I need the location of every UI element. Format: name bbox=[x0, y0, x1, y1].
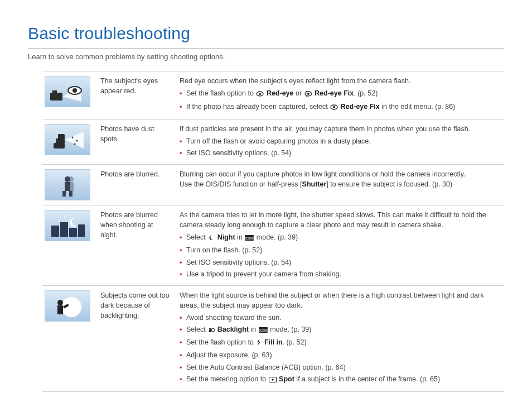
svg-rect-26 bbox=[60, 222, 68, 237]
list-item: Adjust the exposure. (p. 63) bbox=[180, 350, 499, 360]
list-item: Set ISO sensitivity options. (p. 54) bbox=[180, 148, 499, 158]
solution-cell: Red eye occurs when the subject's eyes r… bbox=[177, 71, 504, 119]
scene-mode-icon: SCENE bbox=[259, 326, 268, 336]
problem-label: Photos are blurred. bbox=[98, 165, 177, 205]
night-mode-icon bbox=[208, 233, 215, 243]
list-item: Turn on the flash. (p. 52) bbox=[180, 245, 499, 255]
svg-point-24 bbox=[70, 215, 71, 216]
night-illustration bbox=[45, 210, 90, 241]
list-item: Set ISO sensitivity options. (p. 54) bbox=[180, 257, 499, 267]
blurred-illustration bbox=[45, 169, 90, 200]
svg-rect-28 bbox=[78, 224, 85, 237]
svg-point-5 bbox=[259, 93, 261, 95]
solution-lead: As the camera tries to let in more light… bbox=[180, 210, 499, 230]
title-rule bbox=[28, 48, 504, 49]
solution-lead: If dust particles are present in the air… bbox=[180, 124, 499, 134]
table-row: Subjects come out too dark because of ba… bbox=[42, 285, 504, 391]
problem-label: Photos are blurred when shooting at nigh… bbox=[98, 205, 177, 286]
svg-rect-20 bbox=[62, 191, 66, 197]
scene-mode-icon: SCENE bbox=[245, 233, 254, 243]
svg-rect-1 bbox=[52, 90, 57, 93]
svg-rect-36 bbox=[209, 330, 211, 332]
table-row: Photos are blurred. Blurring can occur i… bbox=[42, 165, 504, 205]
solution-lead: Red eye occurs when the subject's eyes r… bbox=[180, 76, 499, 86]
svg-point-17 bbox=[68, 176, 74, 182]
table-row: Photos are blurred when shooting at nigh… bbox=[42, 205, 504, 286]
svg-point-14 bbox=[76, 140, 78, 141]
page-title: Basic troubleshooting bbox=[28, 21, 504, 46]
svg-text:SCENE: SCENE bbox=[245, 237, 254, 240]
solution-cell: When the light source is behind the subj… bbox=[177, 285, 504, 391]
svg-rect-27 bbox=[69, 228, 77, 237]
backlight-illustration bbox=[45, 290, 90, 322]
list-item: Set the flash option to Red-eye or Red-e… bbox=[180, 88, 499, 99]
troubleshooting-table: The subject's eyes appear red. Red eye o… bbox=[42, 71, 504, 392]
spot-metering-icon bbox=[269, 375, 277, 385]
svg-rect-33 bbox=[57, 305, 63, 314]
list-item: Select Backlight in SCENE mode. (p. 39) bbox=[180, 324, 499, 336]
red-eye-icon bbox=[256, 89, 264, 99]
red-eye-fix-icon bbox=[330, 103, 338, 113]
svg-rect-25 bbox=[51, 226, 59, 237]
list-item: Avoid shooting toward the sun. bbox=[180, 313, 499, 323]
svg-point-9 bbox=[333, 106, 335, 108]
table-row: The subject's eyes appear red. Red eye o… bbox=[42, 71, 504, 119]
svg-point-35 bbox=[209, 328, 211, 330]
list-item: Set the flash option to Fill in. (p. 52) bbox=[180, 337, 499, 348]
svg-rect-21 bbox=[69, 191, 72, 197]
fill-in-flash-icon bbox=[256, 338, 262, 348]
problem-label: Subjects come out too dark because of ba… bbox=[98, 285, 177, 391]
svg-point-41 bbox=[272, 379, 274, 381]
svg-point-22 bbox=[64, 217, 65, 218]
problem-label: Photos have dust spots. bbox=[98, 119, 177, 164]
svg-point-3 bbox=[72, 88, 77, 93]
svg-text:SCENE: SCENE bbox=[259, 329, 268, 332]
solution-cell: As the camera tries to let in more light… bbox=[177, 205, 504, 286]
intro-text: Learn to solve common problems by settin… bbox=[28, 52, 504, 63]
red-eye-fix-icon bbox=[304, 89, 312, 99]
svg-point-13 bbox=[72, 136, 74, 138]
list-item: Turn off the flash or avoid capturing ph… bbox=[180, 136, 499, 146]
svg-rect-12 bbox=[58, 134, 65, 140]
svg-point-23 bbox=[59, 221, 60, 222]
red-eye-illustration bbox=[45, 76, 90, 107]
list-item: Set the Auto Contrast Balance (ACB) opti… bbox=[180, 362, 499, 372]
solution-cell: Blurring can occur if you capture photos… bbox=[177, 165, 504, 205]
svg-point-32 bbox=[57, 300, 63, 305]
svg-point-7 bbox=[307, 93, 309, 95]
list-item: Select Night in SCENE mode. (p. 39) bbox=[180, 232, 499, 243]
list-item: Set the metering option to Spot if a sub… bbox=[180, 374, 499, 385]
svg-point-15 bbox=[74, 143, 76, 145]
backlight-icon bbox=[208, 326, 215, 336]
list-item: If the photo has already been captured, … bbox=[180, 102, 499, 113]
svg-point-37 bbox=[211, 328, 215, 332]
dust-illustration bbox=[45, 124, 90, 155]
list-item: Use a tripod to prevent your camera from… bbox=[180, 269, 499, 279]
problem-label: The subject's eyes appear red. bbox=[98, 71, 177, 119]
solution-cell: If dust particles are present in the air… bbox=[177, 119, 504, 164]
svg-rect-19 bbox=[68, 182, 74, 191]
table-row: Photos have dust spots. If dust particle… bbox=[42, 119, 504, 164]
svg-rect-0 bbox=[50, 93, 62, 100]
solution-lead: When the light source is behind the subj… bbox=[180, 290, 499, 310]
